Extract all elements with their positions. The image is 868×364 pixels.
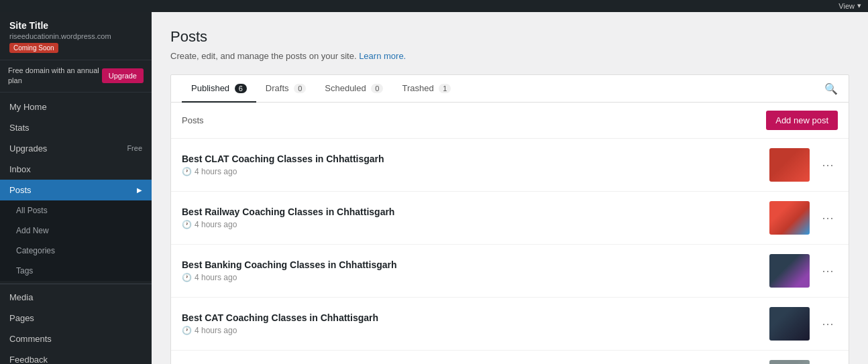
search-icon[interactable]: 🔍 bbox=[824, 82, 838, 95]
tab-scheduled[interactable]: Scheduled 0 bbox=[315, 75, 392, 103]
post-time: 4 hours ago bbox=[195, 220, 237, 229]
sidebar-item-label: Inbox bbox=[9, 164, 31, 174]
post-thumbnail bbox=[769, 360, 810, 364]
page-desc-text: Create, edit, and manage the posts on yo… bbox=[170, 51, 357, 61]
sidebar-item-label: Media bbox=[9, 292, 33, 302]
post-info: Best Banking Coaching Classes in Chhatti… bbox=[182, 259, 761, 282]
posts-container: Posts Add new post Best CLAT Coaching Cl… bbox=[170, 103, 849, 364]
add-new-post-button[interactable]: Add new post bbox=[766, 111, 838, 130]
sidebar-item-label: Tags bbox=[16, 266, 33, 276]
post-meta: 🕐 4 hours ago bbox=[182, 326, 761, 335]
tab-count: 1 bbox=[439, 84, 451, 93]
tab-drafts[interactable]: Drafts 0 bbox=[256, 75, 315, 103]
sidebar-item-inbox[interactable]: Inbox bbox=[0, 159, 152, 180]
sidebar-item-tags[interactable]: Tags bbox=[0, 261, 152, 281]
table-row: Best CAT Coaching Classes in Chhattisgar… bbox=[171, 298, 849, 351]
tab-label: Scheduled bbox=[325, 83, 366, 93]
clock-icon: 🕐 bbox=[182, 167, 192, 176]
nav-divider bbox=[0, 284, 152, 284]
table-row: Best PSC Coaching Classes in Chhattisgar… bbox=[171, 351, 849, 364]
sidebar-item-label: Add New bbox=[16, 226, 49, 235]
post-thumbnail bbox=[769, 254, 810, 288]
post-meta: 🕐 4 hours ago bbox=[182, 167, 761, 176]
tab-label: Published bbox=[191, 83, 229, 93]
sidebar-item-feedback[interactable]: Feedback bbox=[0, 349, 152, 364]
posts-header: Posts Add new post bbox=[171, 103, 849, 139]
chevron-down-icon: ▾ bbox=[857, 1, 861, 10]
post-time: 4 hours ago bbox=[195, 326, 237, 335]
tab-label: Trashed bbox=[402, 83, 433, 93]
more-options-icon[interactable]: ⋯ bbox=[818, 314, 838, 334]
tabs-bar: Published 6 Drafts 0 Scheduled 0 Trashed… bbox=[170, 74, 849, 103]
tab-count: 0 bbox=[294, 84, 306, 93]
sidebar-item-categories[interactable]: Categories bbox=[0, 241, 152, 261]
page-description: Create, edit, and manage the posts on yo… bbox=[170, 51, 849, 61]
sidebar-item-my-home[interactable]: My Home bbox=[0, 97, 152, 117]
sidebar-item-label: Feedback bbox=[9, 355, 48, 364]
sidebar-item-media[interactable]: Media bbox=[0, 287, 152, 308]
posts-label: Posts bbox=[182, 115, 204, 125]
page-title: Posts bbox=[170, 28, 849, 46]
tab-count: 0 bbox=[371, 84, 383, 93]
post-meta: 🕐 4 hours ago bbox=[182, 273, 761, 282]
sidebar-item-posts[interactable]: Posts ▶ bbox=[0, 180, 152, 200]
post-time: 4 hours ago bbox=[195, 167, 237, 176]
table-row: Best Banking Coaching Classes in Chhatti… bbox=[171, 245, 849, 298]
post-info: Best Railway Coaching Classes in Chhatti… bbox=[182, 206, 761, 229]
sidebar-item-label: Comments bbox=[9, 334, 52, 344]
post-thumbnail bbox=[769, 307, 810, 341]
tab-label: Drafts bbox=[266, 83, 289, 93]
sidebar-item-label: Posts bbox=[9, 185, 32, 195]
post-title[interactable]: Best CAT Coaching Classes in Chhattisgar… bbox=[182, 312, 761, 323]
more-options-icon[interactable]: ⋯ bbox=[818, 208, 838, 228]
view-button[interactable]: View ▾ bbox=[832, 0, 868, 11]
sub-menu-posts: All Posts Add New Categories Tags bbox=[0, 200, 152, 281]
upgrade-button[interactable]: Upgrade bbox=[102, 68, 144, 83]
more-options-icon[interactable]: ⋯ bbox=[818, 155, 838, 175]
site-title: Site Title bbox=[9, 20, 142, 31]
sidebar-item-label: All Posts bbox=[16, 206, 48, 215]
upgrades-badge: Free bbox=[127, 144, 142, 152]
sidebar-item-label: Stats bbox=[9, 123, 30, 133]
clock-icon: 🕐 bbox=[182, 273, 192, 282]
sidebar-item-upgrades[interactable]: Upgrades Free bbox=[0, 138, 152, 159]
post-title[interactable]: Best Banking Coaching Classes in Chhatti… bbox=[182, 259, 761, 270]
post-info: Best CAT Coaching Classes in Chhattisgar… bbox=[182, 312, 761, 335]
post-title[interactable]: Best CLAT Coaching Classes in Chhattisga… bbox=[182, 154, 761, 164]
sidebar-item-label: Upgrades bbox=[9, 143, 47, 154]
sidebar-item-label: Categories bbox=[16, 246, 55, 255]
tab-published[interactable]: Published 6 bbox=[182, 75, 256, 103]
view-label: View bbox=[838, 2, 855, 10]
post-thumbnail bbox=[769, 148, 810, 182]
table-row: Best Railway Coaching Classes in Chhatti… bbox=[171, 192, 849, 245]
post-meta: 🕐 4 hours ago bbox=[182, 220, 761, 229]
site-url: riseeducationin.wordpress.com bbox=[9, 32, 142, 40]
post-thumbnail bbox=[769, 201, 810, 235]
table-row: Best CLAT Coaching Classes in Chhattisga… bbox=[171, 139, 849, 192]
post-time: 4 hours ago bbox=[195, 273, 237, 282]
sidebar: Site Title riseeducationin.wordpress.com… bbox=[0, 12, 152, 364]
post-title[interactable]: Best Railway Coaching Classes in Chhatti… bbox=[182, 206, 761, 217]
clock-icon: 🕐 bbox=[182, 220, 192, 229]
coming-soon-badge: Coming Soon bbox=[9, 43, 58, 53]
site-header: Site Title riseeducationin.wordpress.com… bbox=[0, 12, 152, 60]
chevron-right-icon: ▶ bbox=[137, 186, 142, 194]
clock-icon: 🕐 bbox=[182, 326, 192, 335]
post-info: Best CLAT Coaching Classes in Chhattisga… bbox=[182, 154, 761, 176]
top-bar: View ▾ bbox=[0, 0, 868, 12]
learn-more-link[interactable]: Learn more. bbox=[359, 51, 406, 61]
sidebar-item-pages[interactable]: Pages bbox=[0, 308, 152, 328]
sidebar-item-add-new[interactable]: Add New bbox=[0, 221, 152, 241]
main-content: Posts Create, edit, and manage the posts… bbox=[152, 12, 868, 364]
sidebar-item-all-posts[interactable]: All Posts bbox=[0, 200, 152, 221]
sidebar-item-comments[interactable]: Comments bbox=[0, 328, 152, 349]
tab-trashed[interactable]: Trashed 1 bbox=[392, 75, 460, 103]
sidebar-item-label: Pages bbox=[9, 313, 34, 323]
nav-menu: My Home Stats Upgrades Free Inbox Posts … bbox=[0, 93, 152, 364]
sidebar-item-stats[interactable]: Stats bbox=[0, 117, 152, 138]
upgrade-banner: Free domain with an annual plan Upgrade bbox=[0, 60, 152, 93]
sidebar-item-label: My Home bbox=[9, 102, 47, 112]
tab-count: 6 bbox=[235, 84, 247, 93]
more-options-icon[interactable]: ⋯ bbox=[818, 261, 838, 281]
upgrade-text: Free domain with an annual plan bbox=[8, 66, 102, 86]
